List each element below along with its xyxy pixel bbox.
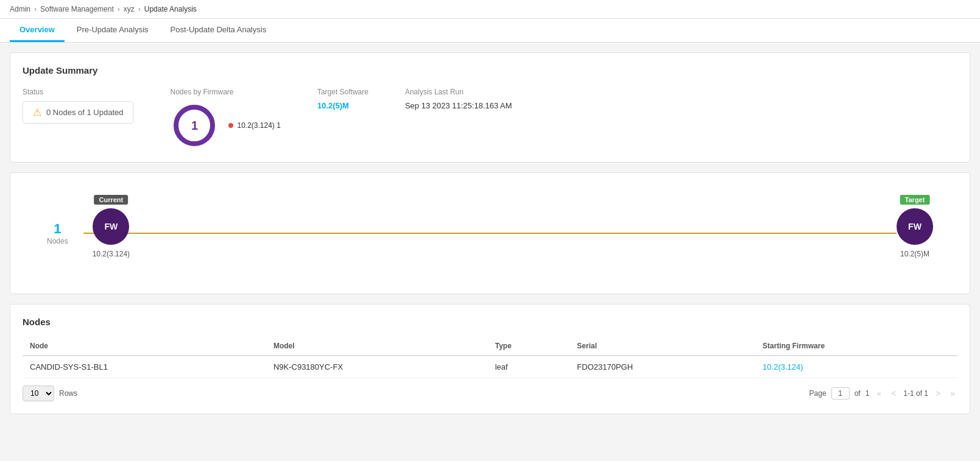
- next-page-button[interactable]: >: [933, 387, 943, 399]
- analysis-last-run-section: Analysis Last Run Sep 13 2023 11:25:18.1…: [405, 88, 512, 110]
- nodes-by-firmware-section: Nodes by Firmware 1 10.2(3.124) 1: [170, 88, 280, 150]
- page-of: of: [855, 389, 861, 398]
- tab-overview[interactable]: Overview: [10, 19, 65, 42]
- col-serial: Serial: [569, 337, 755, 356]
- legend-item-0: 10.2(3.124) 1: [228, 121, 280, 130]
- table-row: CANDID-SYS-S1-BL1 N9K-C93180YC-FX leaf F…: [23, 356, 957, 378]
- node-count-value: 1: [54, 221, 61, 237]
- warning-icon: ⚠: [33, 107, 41, 118]
- current-fw-circle: FW: [93, 208, 129, 245]
- breadcrumb-current: Update Analysis: [144, 5, 197, 13]
- nodes-table: Node Model Type Serial Starting Firmware…: [23, 337, 957, 378]
- analysis-last-run-value: Sep 13 2023 11:25:18.163 AM: [405, 101, 512, 110]
- tab-post-update[interactable]: Post-Update Delta Analysis: [161, 19, 277, 42]
- tabs-bar: Overview Pre-Update Analysis Post-Update…: [0, 19, 980, 43]
- firmware-link[interactable]: 10.2(3.124): [763, 362, 803, 371]
- page-total: 1: [865, 389, 870, 398]
- donut-wrapper: 1 10.2(3.124) 1: [170, 101, 280, 150]
- summary-grid: Status ⚠ 0 Nodes of 1 Updated Nodes by F…: [23, 88, 957, 150]
- update-summary-card: Update Summary Status ⚠ 0 Nodes of 1 Upd…: [10, 52, 970, 163]
- breadcrumb: Admin › Software Management › xyz › Upda…: [0, 0, 980, 19]
- current-fw-version: 10.2(3.124): [93, 250, 130, 258]
- page-number: 1: [831, 387, 850, 399]
- page-label: Page: [809, 389, 827, 398]
- target-fw-tag: Target: [900, 195, 930, 205]
- target-fw-badge-wrapper: Target FW: [897, 208, 933, 245]
- target-software-link[interactable]: 10.2(5)M: [317, 101, 349, 110]
- donut-chart: 1: [170, 101, 219, 150]
- cell-model: N9K-C93180YC-FX: [266, 356, 488, 378]
- target-fw-version: 10.2(5)M: [900, 250, 929, 258]
- table-header-row: Node Model Type Serial Starting Firmware: [23, 337, 957, 356]
- tab-pre-update[interactable]: Pre-Update Analysis: [67, 19, 158, 42]
- node-count: 1 Nodes: [47, 221, 68, 245]
- legend-version-0: 10.2(3.124) 1: [237, 121, 280, 130]
- col-node: Node: [23, 337, 266, 356]
- target-software-label: Target Software: [317, 88, 368, 96]
- col-firmware: Starting Firmware: [755, 337, 957, 356]
- page-range: 1-1 of 1: [903, 389, 928, 398]
- cell-firmware: 10.2(3.124): [755, 356, 957, 378]
- upgrade-path-card: 1 Nodes Current FW 10.2(3.124) Target FW: [10, 172, 970, 294]
- current-fw-badge-wrapper: Current FW: [93, 208, 129, 245]
- path-line: [83, 233, 897, 234]
- node-count-label: Nodes: [47, 237, 68, 245]
- breadcrumb-xyz[interactable]: xyz: [124, 5, 135, 13]
- rows-per-page: 10 25 50 Rows: [23, 385, 77, 401]
- rows-label: Rows: [59, 389, 77, 398]
- donut-legend: 10.2(3.124) 1: [228, 121, 280, 130]
- breadcrumb-admin[interactable]: Admin: [10, 5, 30, 13]
- status-section: Status ⚠ 0 Nodes of 1 Updated: [23, 88, 133, 124]
- col-type: Type: [488, 337, 570, 356]
- cell-node: CANDID-SYS-S1-BL1: [23, 356, 266, 378]
- update-summary-title: Update Summary: [23, 65, 957, 76]
- col-model: Model: [266, 337, 488, 356]
- breadcrumb-sep-3: ›: [138, 5, 141, 13]
- analysis-last-run-label: Analysis Last Run: [405, 88, 512, 96]
- nodes-by-firmware-label: Nodes by Firmware: [170, 88, 280, 96]
- legend-dot-0: [228, 123, 233, 128]
- status-text: 0 Nodes of 1 Updated: [46, 108, 123, 117]
- status-box: ⚠ 0 Nodes of 1 Updated: [23, 101, 133, 124]
- status-label: Status: [23, 88, 133, 96]
- current-fw-node: Current FW 10.2(3.124): [93, 208, 130, 258]
- cell-serial: FDO23170PGH: [569, 356, 755, 378]
- donut-center-value: 1: [191, 119, 198, 133]
- page-info: Page 1 of 1 « < 1-1 of 1 > »: [809, 387, 957, 399]
- breadcrumb-sep-1: ›: [34, 5, 37, 13]
- breadcrumb-sep-2: ›: [118, 5, 120, 13]
- rows-per-page-select[interactable]: 10 25 50: [23, 385, 54, 401]
- target-software-section: Target Software 10.2(5)M: [317, 88, 368, 110]
- target-fw-circle: FW: [897, 208, 933, 245]
- pagination: 10 25 50 Rows Page 1 of 1 « < 1-1 of 1 >…: [23, 385, 957, 401]
- target-fw-node: Target FW 10.2(5)M: [897, 208, 933, 258]
- table-header: Node Model Type Serial Starting Firmware: [23, 337, 957, 356]
- nodes-table-card: Nodes Node Model Type Serial Starting Fi…: [10, 304, 970, 414]
- prev-page-button[interactable]: <: [889, 387, 898, 399]
- breadcrumb-software-management[interactable]: Software Management: [40, 5, 114, 13]
- cell-type: leaf: [488, 356, 570, 378]
- first-page-button[interactable]: «: [874, 387, 884, 399]
- table-body: CANDID-SYS-S1-BL1 N9K-C93180YC-FX leaf F…: [23, 356, 957, 378]
- current-fw-tag: Current: [94, 195, 129, 205]
- main-content: Update Summary Status ⚠ 0 Nodes of 1 Upd…: [0, 43, 980, 424]
- last-page-button[interactable]: »: [948, 387, 957, 399]
- path-wrapper: 1 Nodes Current FW 10.2(3.124) Target FW: [47, 208, 933, 258]
- nodes-table-title: Nodes: [23, 317, 957, 327]
